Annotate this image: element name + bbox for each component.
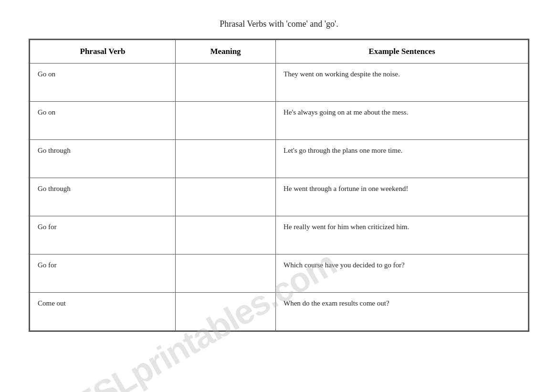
cell-example: Let's go through the plans one more time…: [276, 140, 528, 178]
header-example-sentences: Example Sentences: [276, 40, 528, 64]
cell-meaning: [176, 102, 276, 140]
table-row: Go throughHe went through a fortune in o…: [30, 178, 528, 216]
cell-example: When do the exam results come out?: [276, 293, 528, 331]
table-row: Come outWhen do the exam results come ou…: [30, 293, 528, 331]
cell-example: They went on working despite the noise.: [276, 64, 528, 102]
cell-example: He went through a fortune in one weekend…: [276, 178, 528, 216]
cell-meaning: [176, 293, 276, 331]
cell-phrasal-verb: Go for: [30, 216, 176, 254]
cell-meaning: [176, 64, 276, 102]
cell-meaning: [176, 140, 276, 178]
table-row: Go onThey went on working despite the no…: [30, 64, 528, 102]
header-phrasal-verb: Phrasal Verb: [30, 40, 176, 64]
cell-meaning: [176, 254, 276, 293]
cell-example: He's always going on at me about the mes…: [276, 102, 528, 140]
cell-phrasal-verb: Go on: [30, 102, 176, 140]
cell-phrasal-verb: Go through: [30, 178, 176, 216]
cell-phrasal-verb: Go through: [30, 140, 176, 178]
phrasal-verbs-table: Phrasal Verb Meaning Example Sentences G…: [30, 40, 528, 331]
cell-phrasal-verb: Go for: [30, 254, 176, 293]
table-row: Go onHe's always going on at me about th…: [30, 102, 528, 140]
cell-phrasal-verb: Go on: [30, 64, 176, 102]
cell-phrasal-verb: Come out: [30, 293, 176, 331]
cell-meaning: [176, 178, 276, 216]
cell-example: He really went for him when criticized h…: [276, 216, 528, 254]
cell-example: Which course have you decided to go for?: [276, 254, 528, 293]
table-row: Go throughLet's go through the plans one…: [30, 140, 528, 178]
table-row: Go forHe really went for him when critic…: [30, 216, 528, 254]
page-title: Phrasal Verbs with 'come' and 'go'.: [220, 19, 338, 29]
table-header-row: Phrasal Verb Meaning Example Sentences: [30, 40, 528, 64]
cell-meaning: [176, 216, 276, 254]
header-meaning: Meaning: [176, 40, 276, 64]
table-row: Go forWhich course have you decided to g…: [30, 254, 528, 293]
main-table-container: Phrasal Verb Meaning Example Sentences G…: [29, 39, 529, 332]
